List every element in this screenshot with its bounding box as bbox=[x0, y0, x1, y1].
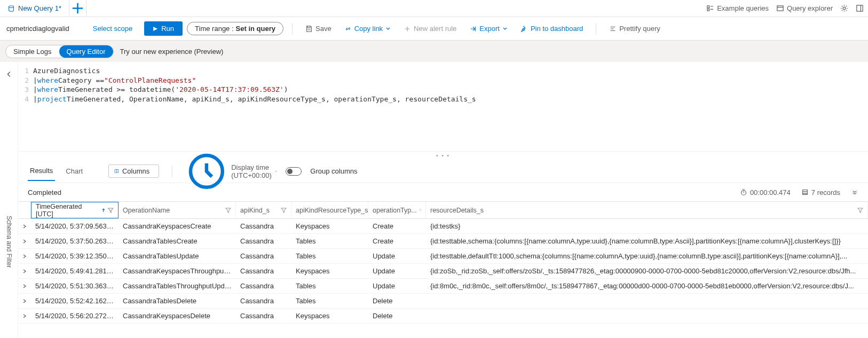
cell-time: 5/14/2020, 5:52:42.162 PM bbox=[31, 297, 119, 305]
svg-point-0 bbox=[9, 5, 14, 7]
cell-apikind: Cassandra bbox=[236, 312, 291, 320]
mode-simple-logs[interactable]: Simple Logs bbox=[6, 45, 59, 58]
expand-row-button[interactable] bbox=[18, 254, 31, 259]
tab-chart[interactable]: Chart bbox=[64, 162, 85, 180]
expand-row-button[interactable] bbox=[18, 313, 31, 319]
save-button[interactable]: Save bbox=[301, 25, 336, 33]
chevron-left-icon[interactable] bbox=[5, 70, 13, 78]
table-row[interactable]: 5/14/2020, 5:56:20.272 PMCassandraKeyspa… bbox=[18, 309, 868, 324]
chevron-down-icon bbox=[153, 169, 153, 174]
cell-operation: CassandraKeyspacesDelete bbox=[119, 312, 236, 320]
columns-button[interactable]: Columns bbox=[108, 164, 159, 178]
table-row[interactable]: 5/14/2020, 5:37:50.263 PMCassandraTables… bbox=[18, 234, 868, 249]
cell-operationtype: Delete bbox=[368, 297, 426, 305]
list-icon bbox=[706, 4, 714, 12]
copy-link-button[interactable]: Copy link bbox=[340, 25, 395, 33]
cell-operation: CassandraTablesDelete bbox=[119, 297, 236, 305]
cell-operation: CassandraTablesUpdate bbox=[119, 252, 236, 260]
panel-button[interactable] bbox=[856, 4, 864, 12]
filter-icon[interactable] bbox=[857, 207, 863, 213]
svg-rect-2 bbox=[707, 9, 709, 11]
query-editor[interactable]: 1AzureDiagnostics 2| where Category == "… bbox=[18, 62, 868, 152]
link-icon bbox=[344, 25, 352, 33]
group-columns-toggle[interactable] bbox=[286, 167, 302, 176]
query-duration: 00:00:00.474 bbox=[740, 188, 791, 196]
expand-row-button[interactable] bbox=[18, 298, 31, 304]
cell-resourcetype: Tables bbox=[291, 282, 368, 290]
format-icon bbox=[609, 25, 617, 33]
filter-icon[interactable] bbox=[419, 207, 421, 213]
filter-icon[interactable] bbox=[108, 207, 114, 213]
cell-operation: CassandraTablesCreate bbox=[119, 237, 236, 245]
example-queries-button[interactable]: Example queries bbox=[706, 4, 769, 12]
prettify-button[interactable]: Prettify query bbox=[605, 25, 665, 33]
explorer-icon bbox=[776, 4, 784, 12]
filter-icon[interactable] bbox=[281, 207, 287, 213]
query-explorer-button[interactable]: Query explorer bbox=[776, 4, 833, 12]
expand-icon[interactable] bbox=[851, 188, 858, 196]
mode-query-editor[interactable]: Query Editor bbox=[59, 45, 113, 58]
select-scope-link[interactable]: Select scope bbox=[85, 25, 140, 33]
cell-details: {id:8m0c,_rid:8m0c,_self:offers/8m0c/,_t… bbox=[426, 282, 868, 290]
export-button[interactable]: Export bbox=[465, 25, 512, 33]
svg-rect-5 bbox=[857, 5, 863, 11]
svg-rect-3 bbox=[777, 6, 783, 11]
run-button[interactable]: Run bbox=[144, 21, 183, 36]
tab-query[interactable]: New Query 1* bbox=[0, 0, 69, 17]
cell-operationtype: Create bbox=[368, 237, 426, 245]
expand-row-button[interactable] bbox=[18, 269, 31, 274]
record-count: 7 records bbox=[801, 188, 840, 196]
table-row[interactable]: 5/14/2020, 5:52:42.162 PMCassandraTables… bbox=[18, 294, 868, 309]
cell-resourcetype: Keyspaces bbox=[291, 267, 368, 275]
pin-button[interactable]: Pin to dashboard bbox=[516, 25, 587, 33]
stopwatch-icon bbox=[740, 188, 747, 196]
chevron-right-icon bbox=[22, 269, 27, 274]
expand-row-button[interactable] bbox=[18, 284, 31, 289]
cell-time: 5/14/2020, 5:37:50.263 PM bbox=[31, 237, 119, 245]
chevron-right-icon bbox=[22, 284, 27, 289]
new-alert-button[interactable]: New alert rule bbox=[399, 25, 461, 33]
query-icon bbox=[7, 5, 15, 12]
schema-filter-label[interactable]: Schema and Filter bbox=[5, 216, 13, 268]
column-header-operationtype[interactable]: operationTyp... bbox=[368, 202, 426, 218]
table-row[interactable]: 5/14/2020, 5:39:12.350 PMCassandraTables… bbox=[18, 249, 868, 264]
table-row[interactable]: 5/14/2020, 5:51:30.363 PMCassandraTables… bbox=[18, 279, 868, 294]
cell-operationtype: Delete bbox=[368, 312, 426, 320]
table-row[interactable]: 5/14/2020, 5:49:41.281 PMCassandraKeyspa… bbox=[18, 264, 868, 279]
expand-row-button[interactable] bbox=[18, 239, 31, 244]
cell-operation: CassandraKeyspacesCreate bbox=[119, 222, 236, 230]
table-row[interactable]: 5/14/2020, 5:37:09.563 PMCassandraKeyspa… bbox=[18, 219, 868, 234]
column-header-resourcetype[interactable]: apiKindResourceType_s bbox=[291, 202, 368, 218]
results-grid: TimeGenerated [UTC] OperationName apiKin… bbox=[18, 201, 868, 324]
cell-apikind: Cassandra bbox=[236, 222, 291, 230]
preview-link[interactable]: Try our new experience (Preview) bbox=[120, 48, 224, 56]
chevron-down-icon bbox=[502, 26, 508, 32]
cell-resourcetype: Tables bbox=[291, 297, 368, 305]
column-header-apikind[interactable]: apiKind_s bbox=[236, 202, 291, 218]
splitter-handle[interactable]: • • • bbox=[18, 152, 868, 160]
grid-header: TimeGenerated [UTC] OperationName apiKin… bbox=[18, 202, 868, 219]
columns-icon bbox=[114, 169, 119, 174]
add-tab-button[interactable] bbox=[69, 0, 86, 17]
mode-toggle: Simple Logs Query Editor bbox=[5, 45, 114, 58]
chevron-right-icon bbox=[22, 254, 27, 259]
cell-apikind: Cassandra bbox=[236, 237, 291, 245]
cell-details: {id:testks} bbox=[426, 222, 868, 230]
cell-operation: CassandraTablesThroughputUpdate bbox=[119, 282, 236, 290]
column-header-timegenerated[interactable]: TimeGenerated [UTC] bbox=[31, 202, 119, 218]
expand-row-button[interactable] bbox=[18, 224, 31, 229]
cell-time: 5/14/2020, 5:49:41.281 PM bbox=[31, 267, 119, 275]
cell-operationtype: Create bbox=[368, 222, 426, 230]
time-range-pill[interactable]: Time range : Set in query bbox=[187, 22, 283, 35]
panel-icon bbox=[856, 4, 864, 12]
column-header-operationname[interactable]: OperationName bbox=[119, 202, 236, 218]
cell-resourcetype: Keyspaces bbox=[291, 312, 368, 320]
chevron-down-icon bbox=[385, 26, 391, 32]
cell-details: {id:testtable,schema:{columns:[{name:col… bbox=[426, 237, 868, 245]
filter-icon[interactable] bbox=[225, 207, 231, 213]
column-header-resourcedetails[interactable]: resourceDetails_s bbox=[426, 202, 868, 218]
tab-results[interactable]: Results bbox=[28, 161, 55, 181]
cell-details: {id:zoSb,_rid:zoSb,_self:offers/zoSb/,_t… bbox=[426, 267, 868, 275]
pin-icon bbox=[520, 25, 528, 33]
settings-button[interactable] bbox=[840, 4, 848, 12]
